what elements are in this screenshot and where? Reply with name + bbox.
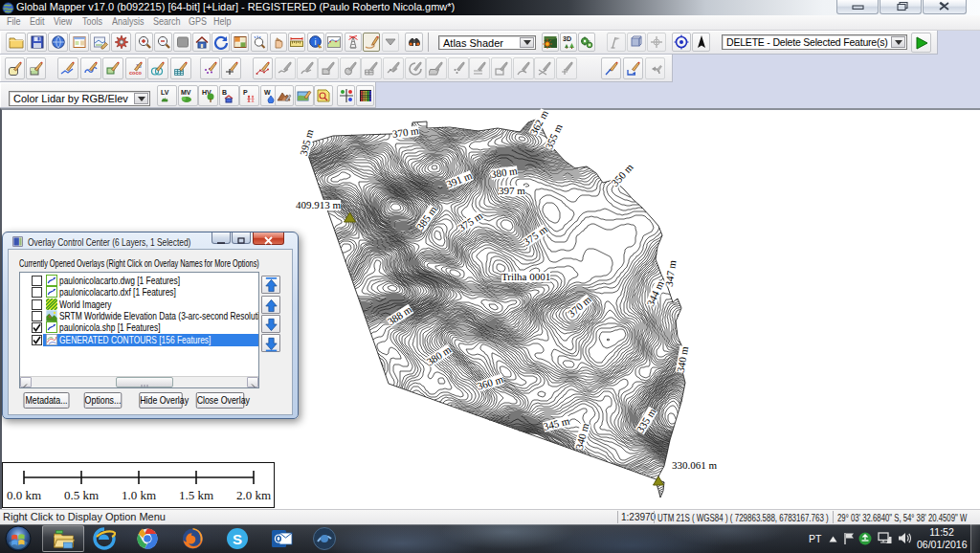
svg-text:S: S (233, 531, 242, 547)
